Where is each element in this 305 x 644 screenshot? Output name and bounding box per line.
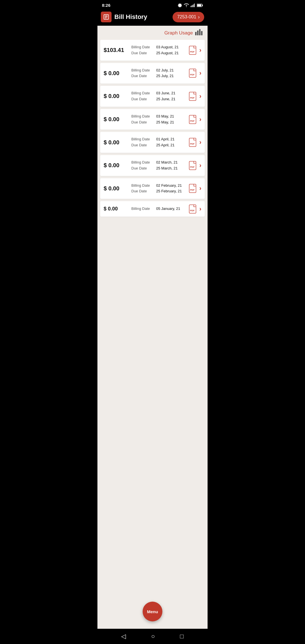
bar-chart-icon[interactable] bbox=[195, 29, 203, 37]
billing-date-label-6: Billing Date bbox=[131, 183, 154, 189]
nav-home-button[interactable]: ○ bbox=[151, 633, 155, 640]
billing-date-label-5: Billing Date bbox=[131, 160, 154, 166]
bill-actions-2: PDF › bbox=[188, 91, 201, 101]
bill-item-1[interactable]: $ 0.00 Billing Date 02 July, 21 Due Date… bbox=[100, 63, 205, 84]
svg-rect-15 bbox=[201, 31, 202, 35]
pdf-icon-1[interactable]: PDF bbox=[188, 68, 198, 78]
pdf-icon-7[interactable]: PDF bbox=[188, 204, 198, 214]
due-date-value-1: 25 July, 21 bbox=[156, 73, 174, 79]
nav-back-button[interactable]: ◁ bbox=[121, 633, 126, 640]
fab-menu-label: Menu bbox=[147, 609, 158, 614]
svg-rect-14 bbox=[199, 29, 201, 35]
bill-item-7[interactable]: $ 0.00 Billing Date 05 January, 21 PDF › bbox=[100, 201, 205, 217]
billing-date-value-5: 02 March, 21 bbox=[156, 160, 178, 166]
bill-amount-2: $ 0.00 bbox=[104, 93, 129, 99]
svg-text:PDF: PDF bbox=[190, 166, 195, 168]
bill-actions-1: PDF › bbox=[188, 68, 201, 78]
bill-chevron-7[interactable]: › bbox=[199, 205, 201, 213]
bill-item-3[interactable]: $ 0.00 Billing Date 03 May, 21 Due Date … bbox=[100, 109, 205, 130]
bill-item-5[interactable]: $ 0.00 Billing Date 02 March, 21 Due Dat… bbox=[100, 155, 205, 176]
billing-date-value-7: 05 January, 21 bbox=[156, 206, 180, 212]
svg-rect-26 bbox=[189, 161, 196, 170]
header-left: Bill History bbox=[101, 12, 147, 22]
graph-usage-link[interactable]: Graph Usage bbox=[164, 30, 193, 36]
svg-rect-22 bbox=[189, 115, 196, 124]
svg-rect-1 bbox=[191, 6, 191, 7]
svg-rect-20 bbox=[189, 92, 196, 101]
pdf-icon-0[interactable]: PDF bbox=[188, 45, 198, 55]
pdf-icon-5[interactable]: PDF bbox=[188, 160, 198, 171]
due-date-label-3: Due Date bbox=[131, 119, 154, 125]
bill-chevron-1[interactable]: › bbox=[199, 69, 201, 77]
bill-actions-7: PDF › bbox=[188, 204, 201, 214]
svg-rect-7 bbox=[197, 4, 201, 6]
svg-rect-16 bbox=[189, 46, 196, 55]
bill-dates-3: Billing Date 03 May, 21 Due Date 25 May,… bbox=[129, 114, 188, 125]
due-date-value-3: 25 May, 21 bbox=[156, 119, 174, 125]
due-date-value-0: 25 August, 21 bbox=[156, 50, 179, 56]
account-badge[interactable]: 7253-001 › bbox=[173, 12, 204, 22]
due-date-label-1: Due Date bbox=[131, 73, 154, 79]
header: Bill History 7253-001 › bbox=[97, 9, 208, 26]
bill-amount-0: $103.41 bbox=[104, 47, 129, 53]
bill-item-4[interactable]: $ 0.00 Billing Date 01 April, 21 Due Dat… bbox=[100, 132, 205, 153]
battery-icon bbox=[197, 4, 203, 7]
svg-text:PDF: PDF bbox=[190, 97, 195, 99]
fab-menu-button[interactable]: Menu bbox=[143, 602, 162, 621]
bill-dates-7: Billing Date 05 January, 21 bbox=[129, 206, 188, 212]
billing-date-value-1: 02 July, 21 bbox=[156, 68, 174, 73]
bill-dates-4: Billing Date 01 April, 21 Due Date 25 Ap… bbox=[129, 136, 188, 148]
pdf-icon-2[interactable]: PDF bbox=[188, 91, 198, 101]
bill-actions-6: PDF › bbox=[188, 183, 201, 193]
bill-chevron-0[interactable]: › bbox=[199, 47, 201, 54]
svg-rect-3 bbox=[193, 4, 193, 7]
bill-amount-1: $ 0.00 bbox=[104, 70, 129, 77]
bill-actions-5: PDF › bbox=[188, 160, 201, 171]
billing-date-label-3: Billing Date bbox=[131, 114, 154, 119]
status-bar: 8:26 bbox=[97, 0, 208, 9]
billing-date-label-1: Billing Date bbox=[131, 68, 154, 73]
bill-chevron-4[interactable]: › bbox=[199, 139, 201, 146]
billing-date-value-0: 03 August, 21 bbox=[156, 44, 179, 50]
bill-chevron-2[interactable]: › bbox=[199, 93, 201, 100]
due-date-label-6: Due Date bbox=[131, 188, 154, 194]
bill-actions-3: PDF › bbox=[188, 114, 201, 125]
billing-date-label-0: Billing Date bbox=[131, 44, 154, 50]
svg-rect-24 bbox=[189, 138, 196, 147]
bill-amount-4: $ 0.00 bbox=[104, 139, 129, 146]
bill-chevron-5[interactable]: › bbox=[199, 162, 201, 169]
bill-item-6[interactable]: $ 0.00 Billing Date 02 February, 21 Due … bbox=[100, 178, 205, 199]
due-date-value-2: 25 June, 21 bbox=[156, 96, 175, 102]
settings-icon bbox=[178, 3, 182, 8]
bill-list: $103.41 Billing Date 03 August, 21 Due D… bbox=[97, 40, 208, 219]
due-date-label-2: Due Date bbox=[131, 96, 154, 102]
bill-chevron-6[interactable]: › bbox=[199, 185, 201, 192]
svg-rect-18 bbox=[189, 69, 196, 77]
nav-recent-button[interactable]: □ bbox=[180, 633, 184, 640]
due-date-value-5: 25 March, 21 bbox=[156, 166, 178, 171]
due-date-label-5: Due Date bbox=[131, 166, 154, 171]
billing-date-value-4: 01 April, 21 bbox=[156, 136, 175, 142]
svg-rect-4 bbox=[194, 3, 195, 7]
bill-dates-0: Billing Date 03 August, 21 Due Date 25 A… bbox=[129, 44, 188, 56]
bill-dates-5: Billing Date 02 March, 21 Due Date 25 Ma… bbox=[129, 160, 188, 171]
bill-item-2[interactable]: $ 0.00 Billing Date 03 June, 21 Due Date… bbox=[100, 86, 205, 107]
bill-dates-1: Billing Date 02 July, 21 Due Date 25 Jul… bbox=[129, 68, 188, 79]
billing-date-value-6: 02 February, 21 bbox=[156, 183, 182, 189]
svg-text:PDF: PDF bbox=[190, 189, 195, 191]
bill-history-icon bbox=[101, 12, 112, 22]
bill-chevron-3[interactable]: › bbox=[199, 116, 201, 123]
main-content: Graph Usage $103.41 Billing Date 03 Augu… bbox=[97, 26, 208, 641]
graph-usage-bar: Graph Usage bbox=[97, 26, 208, 40]
pdf-icon-6[interactable]: PDF bbox=[188, 183, 198, 193]
account-chevron: › bbox=[198, 14, 200, 20]
account-number: 7253-001 bbox=[177, 14, 196, 19]
svg-text:PDF: PDF bbox=[190, 73, 195, 76]
due-date-label-4: Due Date bbox=[131, 142, 154, 148]
bill-actions-4: PDF › bbox=[188, 137, 201, 147]
svg-text:PDF: PDF bbox=[190, 143, 195, 145]
pdf-icon-3[interactable]: PDF bbox=[188, 114, 198, 125]
billing-date-label-2: Billing Date bbox=[131, 90, 154, 96]
bill-item-0[interactable]: $103.41 Billing Date 03 August, 21 Due D… bbox=[100, 40, 205, 61]
pdf-icon-4[interactable]: PDF bbox=[188, 137, 198, 147]
